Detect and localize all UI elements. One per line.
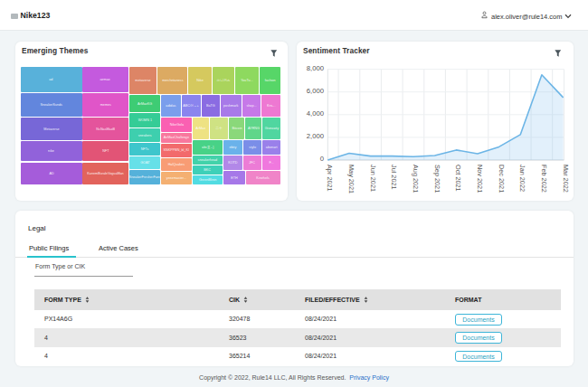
svg-text:Jun 2021: Jun 2021 bbox=[369, 165, 377, 192]
svg-text:Jan 2022: Jan 2022 bbox=[518, 165, 526, 192]
svg-text:0: 0 bbox=[320, 155, 324, 163]
svg-text:6,000: 6,000 bbox=[307, 87, 324, 95]
svg-text:May 2021: May 2021 bbox=[347, 165, 356, 194]
svg-text:Jul 2021: Jul 2021 bbox=[390, 165, 398, 190]
svg-text:Apr 2021: Apr 2021 bbox=[326, 165, 334, 192]
svg-text:Nov 2021: Nov 2021 bbox=[476, 165, 484, 193]
svg-text:2,000: 2,000 bbox=[307, 132, 324, 140]
svg-text:Oct 2021: Oct 2021 bbox=[454, 165, 462, 192]
svg-text:Sep 2021: Sep 2021 bbox=[433, 165, 441, 193]
svg-text:Dec 2021: Dec 2021 bbox=[498, 165, 506, 193]
svg-text:8,000: 8,000 bbox=[307, 64, 324, 72]
svg-text:Mar 2022: Mar 2022 bbox=[562, 165, 570, 193]
svg-text:4,000: 4,000 bbox=[307, 109, 324, 118]
svg-text:Aug 2021: Aug 2021 bbox=[412, 165, 420, 193]
svg-text:Feb 2022: Feb 2022 bbox=[540, 165, 548, 193]
